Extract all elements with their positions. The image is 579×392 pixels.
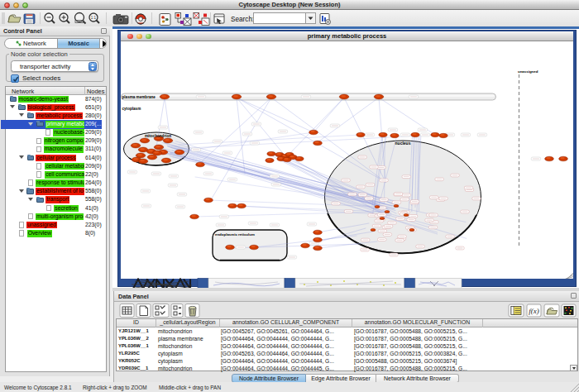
svg-text:plasma membrane: plasma membrane: [122, 95, 156, 99]
svg-text:nucleus: nucleus: [395, 140, 411, 145]
svg-text:mitochondrion: mitochondrion: [145, 133, 171, 137]
svg-text:Search:: Search:: [231, 16, 254, 23]
svg-text:f(x): f(x): [529, 307, 539, 315]
svg-text:endoplasmic reticulum: endoplasmic reticulum: [215, 232, 255, 236]
svg-text:cytoplasm: cytoplasm: [122, 107, 141, 111]
svg-text:unassigned: unassigned: [518, 69, 538, 74]
